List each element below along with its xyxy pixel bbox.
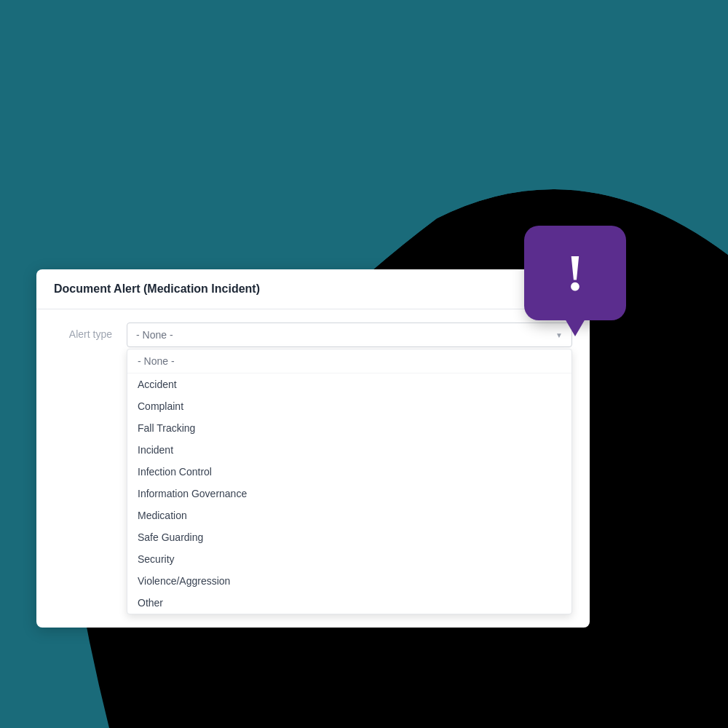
- card-body: Alert type - None - ▼ - None - Accident …: [36, 309, 590, 628]
- chevron-down-icon: ▼: [555, 331, 563, 339]
- dropdown-item-security[interactable]: Security: [127, 548, 571, 570]
- card-title: Document Alert (Medication Incident): [54, 282, 260, 295]
- alert-type-label: Alert type: [54, 323, 112, 340]
- selected-option: - None -: [136, 329, 173, 341]
- exclamation-icon: !: [566, 247, 584, 299]
- dropdown-item-fall-tracking[interactable]: Fall Tracking: [127, 417, 571, 439]
- document-alert-card: ! Document Alert (Medication Incident) A…: [36, 269, 590, 628]
- dropdown-none-option[interactable]: - None -: [127, 349, 571, 373]
- dropdown-item-information-governance[interactable]: Information Governance: [127, 483, 571, 505]
- dropdown-item-safe-guarding[interactable]: Safe Guarding: [127, 526, 571, 548]
- dropdown-item-complaint[interactable]: Complaint: [127, 395, 571, 417]
- alert-type-select[interactable]: - None - ▼: [127, 323, 572, 347]
- dropdown-item-infection-control[interactable]: Infection Control: [127, 461, 571, 483]
- dropdown-list: - None - Accident Complaint Fall Trackin…: [127, 349, 572, 614]
- dropdown-item-incident[interactable]: Incident: [127, 439, 571, 461]
- alert-bubble: !: [524, 226, 626, 320]
- dropdown-item-violence-aggression[interactable]: Violence/Aggression: [127, 570, 571, 592]
- dropdown-item-accident[interactable]: Accident: [127, 373, 571, 395]
- alert-type-dropdown-container: - None - ▼ - None - Accident Complaint F…: [127, 323, 572, 614]
- card-header: Document Alert (Medication Incident): [36, 269, 590, 309]
- dropdown-item-other[interactable]: Other: [127, 592, 571, 614]
- dropdown-item-medication[interactable]: Medication: [127, 505, 571, 526]
- alert-icon-container: !: [524, 226, 626, 320]
